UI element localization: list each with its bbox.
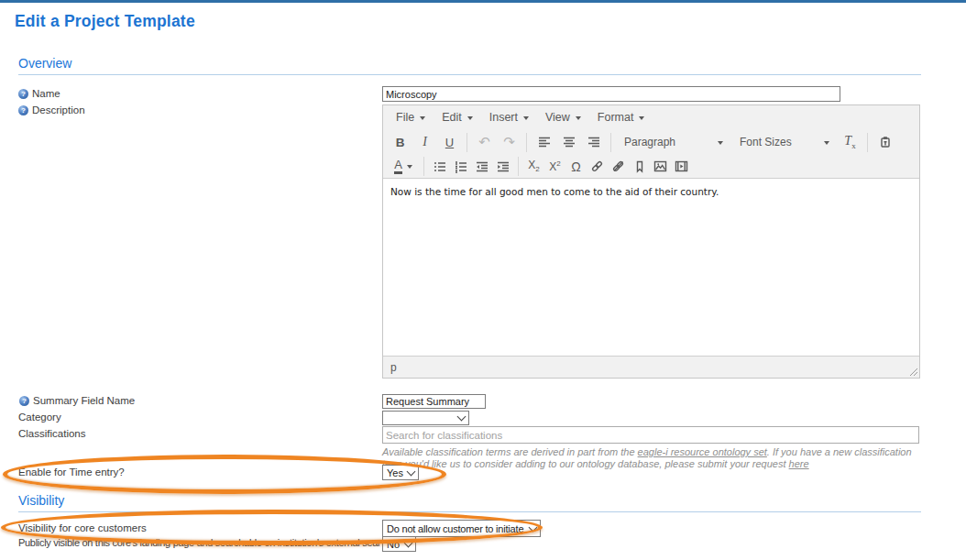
subscript-icon: X2	[528, 159, 539, 173]
subscript-button[interactable]: X2	[523, 156, 544, 178]
chevron-down-icon	[407, 467, 416, 476]
unlink-icon	[611, 159, 625, 173]
toolbar-separator	[610, 133, 611, 152]
redo-button[interactable]: ↷	[497, 131, 521, 153]
link-icon	[590, 159, 604, 173]
element-path[interactable]: p	[390, 361, 397, 374]
editor-toolbar-row2: A X2 X2 Ω	[383, 155, 919, 178]
toolbar-separator	[423, 157, 424, 176]
edit-project-template-page: Edit a Project Template Overview ? Name …	[0, 0, 966, 560]
caret-down-icon	[523, 116, 529, 120]
redo-icon: ↷	[503, 134, 515, 150]
bullet-list-icon	[434, 160, 446, 173]
toolbar-separator	[526, 133, 527, 152]
editor-statusbar: p	[383, 357, 919, 378]
name-input[interactable]	[382, 86, 840, 102]
insert-image-button[interactable]	[650, 156, 671, 178]
clear-formatting-button[interactable]: Tx	[838, 131, 862, 153]
page-title: Edit a Project Template	[15, 12, 195, 31]
public-visibility-label: Publicly visible on this core's landing …	[18, 537, 379, 548]
align-left-button[interactable]	[532, 131, 556, 153]
font-sizes-dropdown[interactable]: Font Sizes	[731, 131, 838, 153]
bold-icon: B	[396, 136, 405, 149]
summary-field-name-label: Summary Field Name	[33, 395, 135, 406]
classifications-label: Classifications	[18, 428, 86, 439]
category-label: Category	[18, 412, 61, 423]
bold-button[interactable]: B	[388, 131, 412, 153]
clear-formatting-icon: Tx	[844, 134, 855, 150]
align-right-button[interactable]	[581, 131, 606, 153]
core-visibility-select[interactable]: Do not allow customer to initiate	[382, 520, 541, 537]
core-visibility-select-value: Do not allow customer to initiate	[387, 523, 523, 534]
toolbar-separator	[518, 157, 519, 176]
menu-edit[interactable]: Edit	[434, 107, 481, 127]
numbered-list-icon	[455, 160, 467, 173]
undo-icon: ↶	[478, 134, 490, 150]
menu-format[interactable]: Format	[589, 107, 653, 127]
special-character-button[interactable]: Ω	[565, 156, 587, 178]
outdent-button[interactable]	[471, 156, 492, 178]
time-entry-select[interactable]: Yes	[382, 465, 419, 480]
caret-down-icon	[576, 116, 581, 120]
toolbar-separator	[467, 133, 467, 152]
indent-icon	[497, 160, 510, 173]
caret-down-icon	[467, 116, 473, 120]
undo-button[interactable]: ↶	[472, 131, 497, 153]
section-title-overview: Overview	[18, 56, 71, 71]
superscript-button[interactable]: X2	[544, 156, 565, 178]
category-select[interactable]	[382, 411, 469, 425]
underline-icon: U	[445, 136, 454, 149]
caret-down-icon	[824, 141, 829, 145]
text-color-button[interactable]: A	[388, 156, 419, 178]
italic-button[interactable]: I	[412, 131, 437, 153]
insert-link-button[interactable]	[587, 156, 608, 178]
overview-divider	[18, 74, 921, 75]
numbered-list-button[interactable]	[450, 156, 471, 178]
insert-media-button[interactable]	[671, 156, 692, 178]
indent-button[interactable]	[492, 156, 513, 178]
image-icon	[653, 159, 667, 173]
menu-file[interactable]: File	[388, 107, 434, 127]
outdent-icon	[476, 160, 488, 173]
top-accent-bar	[0, 0, 966, 3]
chevron-down-icon	[404, 538, 413, 547]
help-icon[interactable]: ?	[18, 89, 28, 99]
anchor-button[interactable]	[629, 156, 650, 178]
chevron-down-icon	[457, 412, 467, 422]
align-right-icon	[587, 136, 600, 148]
resize-grip[interactable]	[908, 367, 917, 376]
toolbar-separator	[867, 133, 868, 152]
classification-help-text: Available classification terms are deriv…	[382, 446, 920, 469]
public-visibility-select[interactable]: No	[382, 536, 416, 552]
summary-field-name-input[interactable]	[382, 394, 486, 409]
align-center-button[interactable]	[556, 131, 581, 153]
eagle-i-ontology-link[interactable]: eagle-i resource ontology set	[638, 446, 767, 457]
description-editor: File Edit Insert View Format B I U ↶ ↷ P…	[382, 104, 920, 379]
omega-icon: Ω	[571, 159, 580, 174]
visibility-divider	[18, 511, 921, 512]
editor-content[interactable]: Now is the time for all good men to come…	[383, 178, 919, 357]
underline-button[interactable]: U	[437, 131, 462, 153]
editor-toolbar-row1: B I U ↶ ↷ Paragraph Font Sizes Tx	[383, 129, 919, 155]
text-color-icon: A	[394, 159, 402, 174]
help-icon[interactable]: ?	[19, 396, 29, 406]
help-icon[interactable]: ?	[18, 105, 28, 115]
classifications-input[interactable]	[382, 426, 919, 444]
description-label: Description	[32, 104, 85, 115]
italic-icon: I	[423, 135, 427, 149]
caret-down-icon	[407, 165, 412, 169]
time-entry-label: Enable for Time entry?	[18, 467, 125, 478]
remove-link-button[interactable]	[608, 156, 629, 178]
submit-request-here-link[interactable]: here	[789, 458, 809, 469]
editor-paragraph: Now is the time for all good men to come…	[390, 186, 912, 197]
paste-icon	[879, 136, 892, 148]
editor-menubar: File Edit Insert View Format	[383, 105, 919, 129]
menu-view[interactable]: View	[537, 107, 589, 127]
caret-down-icon	[420, 116, 425, 120]
section-title-visibility: Visibility	[18, 493, 64, 508]
paste-text-button[interactable]	[873, 131, 897, 153]
caret-down-icon	[718, 141, 723, 145]
bullet-list-button[interactable]	[429, 156, 450, 178]
menu-insert[interactable]: Insert	[481, 107, 537, 127]
paragraph-format-dropdown[interactable]: Paragraph	[616, 131, 731, 153]
